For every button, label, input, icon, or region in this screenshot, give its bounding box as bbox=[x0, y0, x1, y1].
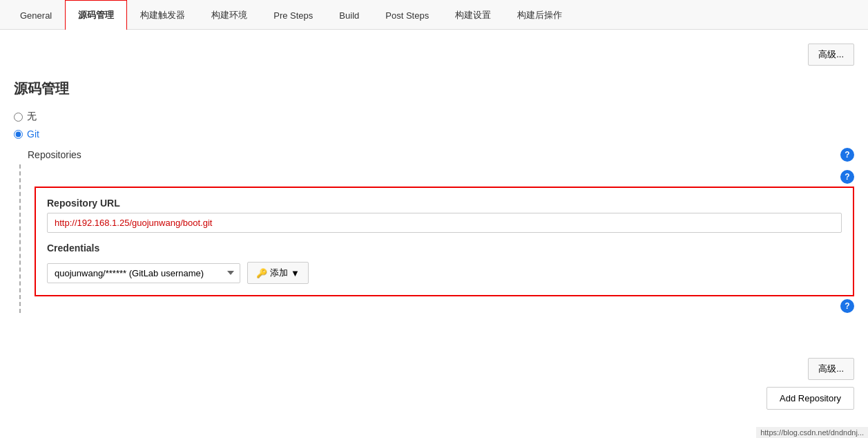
credentials-help-icon[interactable]: ? bbox=[840, 299, 854, 313]
advanced-top-button[interactable]: 高级... bbox=[808, 44, 854, 66]
section-title: 源码管理 bbox=[14, 79, 854, 98]
footer-url: https://blog.csdn.net/dndndnj... bbox=[756, 427, 868, 430]
tab-pre-steps[interactable]: Pre Steps bbox=[260, 1, 326, 29]
radio-group: 无 Git bbox=[14, 111, 854, 140]
advanced-bottom-button[interactable]: 高级... bbox=[808, 358, 854, 380]
add-credential-chevron: ▼ bbox=[291, 268, 300, 278]
credentials-header-row: Credentials bbox=[47, 242, 842, 258]
credentials-label: Credentials bbox=[47, 242, 99, 254]
radio-none-input[interactable] bbox=[14, 113, 23, 122]
tab-build-settings[interactable]: 构建设置 bbox=[442, 0, 504, 30]
tab-build-env[interactable]: 构建环境 bbox=[198, 0, 260, 30]
top-actions-bar: 高级... bbox=[14, 37, 854, 73]
repositories-container: ? Repository URL Credentials quojunwang/… bbox=[14, 164, 854, 313]
add-credential-label: 添加 bbox=[270, 267, 288, 279]
tab-source-mgmt[interactable]: 源码管理 bbox=[65, 0, 127, 30]
repo-url-help-icon[interactable]: ? bbox=[840, 170, 854, 184]
tab-build-trigger[interactable]: 构建触发器 bbox=[127, 0, 198, 30]
repository-block: Repository URL Credentials quojunwang/**… bbox=[35, 187, 854, 296]
add-repository-button[interactable]: Add Repository bbox=[766, 387, 854, 410]
dashed-left-border: ? Repository URL Credentials quojunwang/… bbox=[19, 164, 854, 313]
tab-post-steps[interactable]: Post Steps bbox=[372, 1, 442, 29]
radio-none-label: 无 bbox=[27, 111, 37, 123]
radio-git-label: Git bbox=[27, 128, 39, 140]
add-credential-button[interactable]: 🔑 添加 ▼ bbox=[247, 262, 309, 284]
repositories-header-row: Repositories ? bbox=[14, 148, 854, 162]
credentials-row: quojunwang/****** (GitLab username) 🔑 添加… bbox=[47, 262, 842, 284]
key-icon: 🔑 bbox=[256, 268, 267, 278]
radio-git-input[interactable] bbox=[14, 130, 23, 139]
repo-url-help-row: ? bbox=[35, 170, 854, 184]
radio-none-option[interactable]: 无 bbox=[14, 111, 854, 123]
repo-url-label: Repository URL bbox=[47, 198, 842, 209]
repositories-label: Repositories bbox=[28, 149, 81, 160]
credentials-select[interactable]: quojunwang/****** (GitLab username) bbox=[47, 263, 240, 283]
tab-post-build-actions[interactable]: 构建后操作 bbox=[504, 0, 575, 30]
repositories-help-icon[interactable]: ? bbox=[840, 148, 854, 162]
repo-url-field: Repository URL bbox=[47, 198, 842, 233]
radio-git-option[interactable]: Git bbox=[14, 128, 854, 140]
tab-general[interactable]: General bbox=[7, 1, 65, 29]
main-content: 高级... 源码管理 无 Git Repositories ? ? bbox=[0, 30, 868, 430]
repo-url-input[interactable] bbox=[47, 213, 842, 233]
credentials-help-row: ? bbox=[35, 299, 854, 313]
bottom-right-actions: 高级... Add Repository bbox=[766, 358, 854, 410]
tab-bar: General 源码管理 构建触发器 构建环境 Pre Steps Build … bbox=[0, 0, 868, 30]
tab-build[interactable]: Build bbox=[326, 1, 372, 29]
